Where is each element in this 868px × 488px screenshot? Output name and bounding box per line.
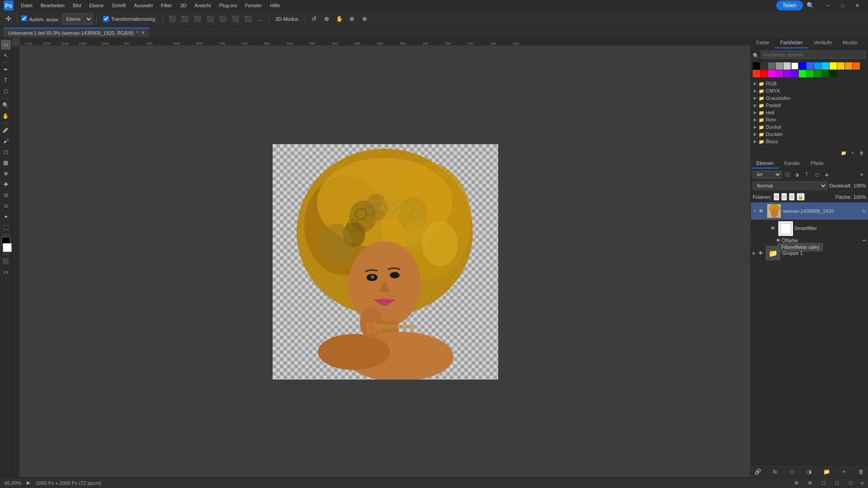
extra-btn[interactable]: ⊕	[359, 14, 370, 24]
swatch-group-rein[interactable]: ▶ 📁 Rein	[753, 116, 866, 123]
minimize-button[interactable]: ─	[821, 0, 835, 11]
menu-auswahl[interactable]: Auswahl	[130, 2, 156, 9]
brush-tool[interactable]: 🖌	[1, 136, 11, 146]
new-swatch-icon[interactable]: +	[848, 148, 857, 157]
align-top-icon[interactable]: ⬛	[205, 14, 216, 24]
image-canvas[interactable]	[273, 144, 498, 380]
swatch-white[interactable]	[791, 62, 798, 70]
more-options-button[interactable]: ...	[255, 13, 265, 25]
direct-selection-tool[interactable]: ↖	[1, 51, 11, 61]
close-button[interactable]: ✕	[850, 0, 864, 11]
add-mask-icon[interactable]: ◻	[788, 468, 796, 476]
filter-pixel-icon[interactable]: ⬛	[783, 170, 792, 178]
coord-icon[interactable]: ⊕	[347, 14, 358, 24]
layer-row-gruppe1[interactable]: ▶ 👁 📁 Gruppe 1	[751, 244, 868, 262]
menu-fenster[interactable]: Fenster	[241, 2, 265, 9]
swatch-purple2[interactable]	[783, 70, 791, 77]
blend-mode-select[interactable]: Normal Multiplizieren Abblenden Aufhelle…	[753, 182, 827, 190]
crop-tool[interactable]: ⛶	[1, 223, 11, 233]
freeze-all-icon[interactable]: 🔒	[797, 193, 805, 201]
screen-mode-tool[interactable]: ▭	[1, 267, 11, 277]
autom-checkbox[interactable]	[21, 15, 27, 21]
tab-muster[interactable]: Muster	[837, 38, 863, 48]
swatch-group-dunkler[interactable]: ▶ 📁 Dunkler	[753, 131, 866, 138]
active-file-tab[interactable]: Unbenannt-1 bei 65,9% (woman-1439909_192…	[4, 28, 149, 38]
background-color[interactable]	[3, 243, 12, 252]
swatch-purple1[interactable]	[776, 70, 783, 77]
new-layer-icon[interactable]: +	[840, 468, 848, 476]
align-middle-h-icon[interactable]: ⬛	[217, 14, 228, 24]
swatch-dark[interactable]	[760, 62, 768, 70]
align-center-v-icon[interactable]: ⬛	[179, 14, 190, 24]
distribute-icon[interactable]: ⬛	[243, 14, 254, 24]
freeze-position-icon[interactable]: ⊕	[774, 193, 779, 201]
layer-vis-smartfilter[interactable]: 👁	[769, 225, 776, 231]
maximize-button[interactable]: □	[835, 0, 850, 11]
patch-tool[interactable]: ⊙	[1, 190, 11, 200]
magic-wand-tool[interactable]: ✦	[1, 212, 11, 222]
swatch-black[interactable]	[753, 62, 760, 70]
tab-close-icon[interactable]: ✕	[141, 30, 145, 35]
layer-expand-gruppe1[interactable]: ▶	[753, 251, 756, 255]
status-icon-5[interactable]: ◻	[846, 479, 854, 487]
menu-bearbeiten[interactable]: Bearbeiten	[37, 2, 68, 9]
tab-kanaele[interactable]: Kanäle	[779, 159, 805, 169]
heal-tool[interactable]: ✚	[1, 179, 11, 189]
layer-expand-woman[interactable]: ▼	[753, 209, 757, 213]
swatch-red-orange[interactable]	[753, 70, 760, 77]
swatch-group-pastell[interactable]: ▶ 📁 Pastell	[753, 102, 866, 109]
freeze-pixel-icon[interactable]: ⊘	[781, 193, 787, 201]
path-tool[interactable]: ⬡	[1, 86, 11, 96]
status-icon-4[interactable]: ◻	[833, 479, 841, 487]
menu-datei[interactable]: Datei	[17, 2, 36, 9]
hand-tool[interactable]: ✋	[1, 111, 11, 121]
canvas-content[interactable]	[20, 46, 750, 477]
layer-vis-olfarbe[interactable]: 👁	[774, 238, 782, 243]
swatch-green3[interactable]	[814, 70, 821, 77]
filter-smart-icon[interactable]: ◈	[822, 170, 831, 178]
swatch-orange2[interactable]	[853, 62, 860, 70]
layer-fx-icon[interactable]: fx	[863, 209, 866, 214]
swatch-orange1[interactable]	[845, 62, 852, 70]
swatch-group-cmyk[interactable]: ▶ 📁 CMYK	[753, 87, 866, 94]
layer-vis-gruppe1[interactable]: 👁	[757, 250, 764, 256]
swatch-green5[interactable]	[830, 70, 837, 77]
eraser-tool[interactable]: ◻	[1, 147, 11, 157]
clone-tool[interactable]: ⊕	[1, 169, 11, 178]
align-left-icon[interactable]: ⬛	[167, 14, 178, 24]
search-icon[interactable]: 🔍	[805, 0, 816, 11]
swatch-violet[interactable]	[791, 70, 798, 77]
filter-text-icon[interactable]: T	[802, 170, 811, 178]
filter-adjustment-icon[interactable]: ◑	[793, 170, 802, 178]
layer-row-olfarbe[interactable]: 👁 Ölfarbe ✏ Filtereffekte (alle)	[751, 237, 868, 244]
swatch-group-rgb[interactable]: ▶ 📁 RGB	[753, 80, 866, 87]
menu-schrift[interactable]: Schrift	[108, 2, 129, 9]
transform-checkbox[interactable]: Transformationsstrg.	[100, 13, 159, 25]
swatch-cyan1[interactable]	[814, 62, 821, 70]
menu-plugins[interactable]: Plug-ins	[215, 2, 241, 9]
menu-bild[interactable]: Bild	[69, 2, 85, 9]
layer-dropdown[interactable]: Ebene Gruppe	[62, 14, 93, 24]
3d-mode-button[interactable]: 3D-Modus	[273, 13, 301, 25]
selection-tool[interactable]: ▭	[1, 40, 11, 50]
layer-edit-olfarbe-icon[interactable]: ✏	[863, 238, 866, 243]
share-button[interactable]: Teilen	[776, 0, 803, 10]
status-icon-1[interactable]: ⊕	[792, 479, 800, 487]
swatch-light[interactable]	[783, 62, 791, 70]
swatch-mid-dark[interactable]	[768, 62, 775, 70]
delete-swatch-icon[interactable]: 🗑	[857, 148, 866, 157]
tab-pfade[interactable]: Pfade	[805, 159, 829, 169]
swatch-gold[interactable]	[837, 62, 844, 70]
layer-filter-type[interactable]: Art Name Effekt	[753, 171, 782, 178]
menu-hilfe[interactable]: Hilfe	[266, 2, 283, 9]
new-fill-layer-icon[interactable]: ◑	[805, 468, 813, 476]
align-bottom-icon[interactable]: ⬛	[230, 14, 241, 24]
swatch-yellow[interactable]	[830, 62, 837, 70]
swatch-group-dunkel[interactable]: ▶ 📁 Dunkel	[753, 123, 866, 131]
status-icon-2[interactable]: ⊕	[806, 479, 814, 487]
swatch-mid[interactable]	[776, 62, 783, 70]
eyedropper-tool[interactable]: 💉	[1, 125, 11, 135]
hand-icon[interactable]: ✋	[334, 14, 345, 24]
menu-ebene[interactable]: Ebene	[85, 2, 107, 9]
lasso-tool[interactable]: ⊃	[1, 201, 11, 211]
